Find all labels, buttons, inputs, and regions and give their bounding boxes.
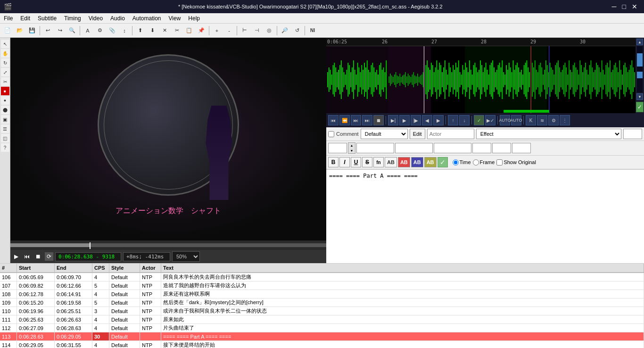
effect-number[interactable]: 21	[623, 129, 642, 139]
menu-view[interactable]: View	[165, 13, 185, 23]
at-extras[interactable]: ⋮	[560, 115, 570, 125]
menu-subtitle[interactable]: Subtitle	[34, 13, 60, 23]
spin-up[interactable]: ▲	[348, 143, 355, 148]
menu-timing[interactable]: Timing	[60, 13, 85, 23]
effect-select[interactable]: Effect	[476, 129, 621, 139]
italic-button[interactable]: I	[339, 157, 350, 167]
menu-video[interactable]: Video	[85, 13, 107, 23]
margin-v-input[interactable]: 0	[512, 143, 531, 153]
at-play-prev[interactable]: ⏪	[339, 115, 350, 125]
tb-video-zoom[interactable]: 🔎	[279, 25, 290, 36]
play-button[interactable]: ▶	[12, 252, 20, 261]
video-area[interactable]: アニメーション数学 シャフト	[10, 38, 326, 240]
maximize-button[interactable]: □	[619, 2, 629, 11]
tool-unknown5[interactable]: ☰	[1, 124, 9, 133]
tb-delete[interactable]: ✕	[159, 25, 170, 36]
tb-snap-start[interactable]: ⊢	[239, 25, 250, 36]
time-radio[interactable]	[453, 159, 459, 166]
tool-select[interactable]: ↖	[1, 40, 9, 48]
tool-help[interactable]: ?	[1, 143, 9, 152]
at-prev-start[interactable]: ⏭	[351, 115, 361, 125]
bold-button[interactable]: B	[328, 157, 339, 167]
tool-scale[interactable]: ⤢	[1, 68, 9, 76]
tb-undo[interactable]: ↩	[42, 25, 53, 36]
ab-color2-button[interactable]: AB	[398, 157, 410, 167]
prev-frame-button[interactable]: ⏮	[22, 252, 32, 261]
start-time-input[interactable]: 0:06:28.63	[356, 143, 394, 153]
font-name-button[interactable]: fn	[373, 157, 384, 167]
at-accept[interactable]: ✓	[474, 115, 484, 125]
table-row[interactable]: 107 0:06:09.82 0:06:12.66 5 Default NTP …	[0, 282, 644, 290]
commit-button[interactable]: ✓	[438, 157, 448, 167]
tb-zoom-in[interactable]: +	[211, 25, 223, 36]
at-accept-forward[interactable]: ▶✓	[485, 115, 495, 125]
tb-open[interactable]: 📂	[14, 25, 25, 36]
minimize-button[interactable]: ─	[609, 2, 619, 11]
edit-style-button[interactable]: Edit	[410, 129, 425, 139]
tb-snap-end[interactable]: ⊣	[251, 25, 263, 36]
col-header-cps[interactable]: CPS	[92, 264, 109, 272]
at-prev-end[interactable]: ⏭	[362, 115, 372, 125]
close-button[interactable]: ✕	[629, 2, 640, 11]
table-row[interactable]: 111 0:06:25.63 0:06:26.63 4 Default NTP …	[0, 315, 644, 324]
tb-sort[interactable]: ↕	[119, 25, 130, 36]
table-row[interactable]: 114 0:06:29.05 0:06:31.55 4 Default NTP …	[0, 341, 644, 348]
tb-insert-before[interactable]: ⬆	[134, 25, 146, 36]
tb-new[interactable]: 📄	[2, 25, 13, 36]
tb-insert-after[interactable]: ⬇	[147, 25, 158, 36]
wf-scroll-down[interactable]: ▼	[636, 93, 643, 100]
tb-zoom-out[interactable]: -	[223, 25, 235, 36]
frame-radio-label[interactable]: Frame	[473, 159, 495, 166]
col-header-end[interactable]: End	[55, 264, 92, 272]
duration-input[interactable]: 0:00:00.42	[434, 143, 471, 153]
wf-scroll-up[interactable]: ▲	[636, 39, 643, 45]
menu-audio[interactable]: Audio	[107, 13, 129, 23]
tool-unknown6[interactable]: ◫	[1, 134, 9, 142]
tool-unknown2[interactable]: ●	[1, 96, 9, 105]
col-header-num[interactable]: #	[0, 264, 17, 272]
at-play-500-before[interactable]: ◀	[422, 115, 432, 125]
tool-unknown3[interactable]: ⬤	[1, 106, 9, 114]
at-auto1[interactable]: AUTO	[500, 115, 510, 125]
at-auto2[interactable]: AUTO	[511, 115, 521, 125]
at-settings[interactable]: ⚙	[548, 115, 559, 125]
wf-confirm-button[interactable]: ✓	[636, 102, 644, 112]
tb-properties[interactable]: ⚙	[94, 25, 106, 36]
at-stop[interactable]: ⏹	[373, 115, 384, 125]
tb-save[interactable]: 💾	[26, 25, 38, 36]
menu-help[interactable]: Help	[184, 13, 204, 23]
tb-recalc[interactable]: ↺	[291, 25, 303, 36]
table-row[interactable]: 110 0:06:19.96 0:06:25.51 3 Default NTP …	[0, 307, 644, 315]
tool-unknown4[interactable]: ▣	[1, 115, 9, 124]
col-header-actor[interactable]: Actor	[140, 264, 161, 272]
comment-checkbox[interactable]	[328, 131, 334, 137]
stop-button[interactable]: ⏹	[33, 252, 43, 261]
tb-null[interactable]: NI	[307, 25, 318, 36]
tb-attachments[interactable]: 📎	[107, 25, 118, 36]
margin-l-input[interactable]: 0	[472, 143, 491, 153]
end-time-input[interactable]: 0:06:29.05	[395, 143, 433, 153]
at-spectrum[interactable]: ≋	[537, 115, 547, 125]
tb-focus[interactable]: ◎	[264, 25, 275, 36]
show-original-label[interactable]: Show Original	[496, 159, 536, 166]
tb-cut[interactable]: ✂	[171, 25, 182, 36]
tool-unknown1[interactable]: ■	[1, 87, 9, 95]
frame-radio[interactable]	[473, 159, 479, 166]
at-play-seg-start[interactable]: ▶|	[388, 115, 398, 125]
zoom-select[interactable]: 50% 75% 100%	[172, 251, 200, 262]
at-next-line[interactable]: ↓	[459, 115, 470, 125]
actor-input[interactable]	[427, 129, 474, 139]
at-prev-line[interactable]: ↑	[448, 115, 458, 125]
at-karaoke[interactable]: K	[526, 115, 536, 125]
ab-color1-button[interactable]: AB	[385, 157, 397, 167]
frame-input[interactable]: 0	[328, 143, 347, 153]
comment-label[interactable]: Comment	[336, 131, 359, 137]
margin-r-input[interactable]: 0	[492, 143, 511, 153]
tb-style[interactable]: A	[82, 25, 93, 36]
ab-color3-button[interactable]: AB	[411, 157, 423, 167]
tb-redo[interactable]: ↪	[54, 25, 66, 36]
waveform-content[interactable]: 0:06:25 26 27 28 29 30	[326, 38, 636, 113]
seek-bar[interactable]	[10, 240, 326, 250]
tool-hand[interactable]: ✋	[1, 49, 9, 58]
strikethrough-button[interactable]: S	[362, 157, 372, 167]
